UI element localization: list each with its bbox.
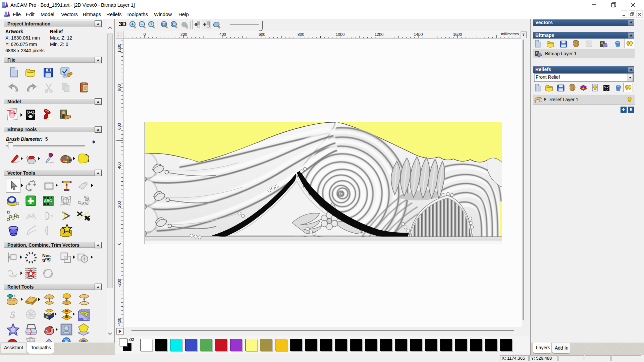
svg-text:+: + xyxy=(534,100,537,104)
svg-text:ting: ting xyxy=(42,256,51,262)
svg-text:b: b xyxy=(46,315,48,319)
svg-text:1:1: 1:1 xyxy=(163,23,165,25)
svg-text:S: S xyxy=(10,309,15,320)
svg-text:ABC: ABC xyxy=(44,199,52,203)
